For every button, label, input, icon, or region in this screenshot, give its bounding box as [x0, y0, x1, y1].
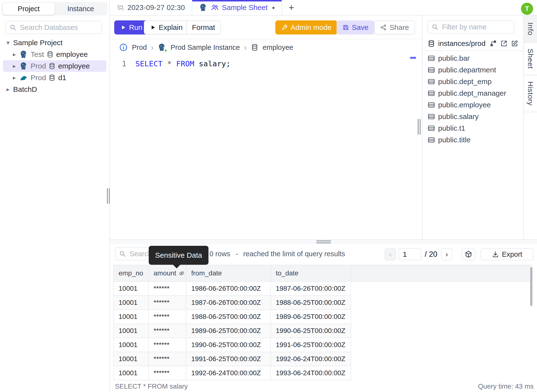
cell-masked[interactable]: ******	[148, 338, 186, 352]
tree-item-prod-employee[interactable]: ▸ Prod employee	[3, 60, 106, 72]
explain-button[interactable]: Explain	[144, 20, 188, 34]
page-number-input[interactable]	[398, 248, 421, 260]
cell[interactable]: 1986-06-26T00:00:00Z	[186, 281, 271, 296]
next-page-button[interactable]: ›	[441, 248, 452, 260]
caret-right-icon[interactable]: ▸	[12, 51, 17, 58]
results-resize-handle[interactable]	[110, 239, 537, 244]
table-filter[interactable]	[427, 20, 514, 34]
chevron-right-icon: ›	[244, 43, 247, 52]
info-icon[interactable]	[119, 43, 128, 52]
editor-toolbar: Run Explain Format Admin mode Save Share	[110, 16, 422, 39]
caret-right-icon[interactable]: ▸	[5, 86, 11, 93]
sql-code-line[interactable]: SELECT * FROM salary;	[135, 59, 231, 68]
share-button[interactable]: Share	[374, 20, 415, 34]
tab-connection[interactable]: 2023-09-27 02:30	[110, 0, 192, 15]
table-icon	[427, 78, 435, 85]
results-scrollbar[interactable]	[530, 267, 532, 306]
export-button[interactable]: Export	[480, 248, 534, 260]
cell[interactable]: 1992-06-24T00:00:00Z	[186, 366, 271, 380]
cell[interactable]: 10001	[113, 366, 148, 380]
cell-masked[interactable]: ******	[148, 324, 186, 338]
tab-sample-sheet[interactable]: Sample Sheet ●	[192, 0, 282, 15]
cell[interactable]: 1991-06-25T00:00:00Z	[271, 338, 351, 352]
cell[interactable]: 10001	[113, 310, 148, 324]
table-list-item[interactable]: public.title	[423, 134, 523, 146]
cell[interactable]: 1990-06-25T00:00:00Z	[271, 324, 351, 338]
cell[interactable]: 10001	[113, 296, 148, 310]
chevron-right-icon: ›	[151, 43, 154, 52]
cell[interactable]: 1987-06-26T00:00:00Z	[271, 281, 351, 296]
sql-editor[interactable]: 1 SELECT * FROM salary;	[110, 55, 422, 239]
caret-down-icon[interactable]: ▾	[5, 39, 11, 46]
cell-masked[interactable]: ******	[148, 281, 186, 296]
tree-item-prod-d1[interactable]: ▸ Prod d1	[3, 72, 106, 84]
breadcrumb-environment[interactable]: Prod	[132, 43, 147, 51]
table-list-item[interactable]: public.t1	[423, 122, 523, 134]
user-avatar[interactable]: T	[521, 3, 533, 15]
rail-tab-sheet[interactable]: Sheet	[524, 43, 537, 75]
prev-page-button[interactable]: ‹	[385, 248, 396, 260]
right-panel-resize-handle[interactable]	[418, 119, 421, 135]
column-header-from-date[interactable]: from_date	[186, 265, 271, 281]
cell[interactable]: 1988-06-25T00:00:00Z	[186, 310, 271, 324]
caret-right-icon[interactable]: ▸	[12, 63, 17, 69]
cell[interactable]: 1993-06-24T00:00:00Z	[271, 366, 351, 380]
breadcrumb-instance[interactable]: Prod Sample Instance	[171, 43, 240, 51]
cell[interactable]: 1989-06-25T00:00:00Z	[271, 310, 351, 324]
edit-icon[interactable]	[511, 40, 519, 47]
tree-item-sample-project[interactable]: ▾ Sample Project	[0, 37, 109, 49]
cell[interactable]: 1987-06-26T00:00:00Z	[186, 296, 271, 310]
table-list-item[interactable]: public.employee	[423, 99, 523, 111]
cell[interactable]: 10001	[113, 281, 148, 296]
database-search[interactable]	[5, 21, 102, 34]
cell[interactable]: 1989-06-25T00:00:00Z	[186, 324, 271, 338]
rail-tab-history[interactable]: History	[524, 75, 537, 112]
table-row[interactable]: 10001******1990-06-25T00:00:00Z1991-06-2…	[113, 338, 533, 352]
table-row[interactable]: 10001******1992-06-24T00:00:00Z1993-06-2…	[113, 366, 533, 380]
cell[interactable]: 10001	[113, 352, 148, 366]
table-name: public.title	[438, 136, 470, 144]
cell-masked[interactable]: ******	[148, 296, 186, 310]
table-row[interactable]: 10001******1986-06-26T00:00:00Z1987-06-2…	[113, 281, 533, 296]
table-list-item[interactable]: public.department	[423, 64, 523, 76]
admin-mode-button[interactable]: Admin mode	[275, 20, 337, 34]
save-button[interactable]: Save	[337, 20, 374, 34]
cell-masked[interactable]: ******	[148, 352, 186, 366]
cell[interactable]: 1991-06-25T00:00:00Z	[186, 352, 271, 366]
tab-instance[interactable]: Instance	[55, 3, 107, 15]
database-search-input[interactable]	[19, 23, 98, 32]
cell[interactable]: 10001	[113, 338, 148, 352]
column-header-to-date[interactable]: to_date	[271, 265, 351, 281]
table-list-item[interactable]: public.dept_emp	[423, 76, 523, 87]
external-link-icon[interactable]	[500, 40, 508, 47]
cell[interactable]: 10001	[113, 324, 148, 338]
cell-masked[interactable]: ******	[148, 310, 186, 324]
run-button[interactable]: Run	[114, 20, 148, 34]
column-header-emp-no[interactable]: emp_no	[113, 265, 148, 281]
column-header-amount[interactable]: amount	[148, 265, 186, 281]
table-row[interactable]: 10001******1991-06-25T00:00:00Z1992-06-2…	[113, 352, 533, 366]
cell[interactable]: 1992-06-24T00:00:00Z	[271, 352, 351, 366]
table-list-item[interactable]: public.salary	[423, 111, 523, 122]
cell-masked[interactable]: ******	[148, 366, 186, 380]
result-view-button[interactable]	[462, 248, 475, 260]
table-filter-input[interactable]	[442, 23, 511, 31]
table-row[interactable]: 10001******1987-06-26T00:00:00Z1988-06-2…	[113, 296, 533, 310]
sidebar-resize-handle[interactable]	[107, 188, 110, 204]
breadcrumb-database[interactable]: employee	[263, 43, 293, 51]
new-tab-button[interactable]: +	[282, 0, 300, 15]
table-list-item[interactable]: public.bar	[423, 52, 523, 64]
table-row[interactable]: 10001******1989-06-25T00:00:00Z1990-06-2…	[113, 324, 533, 338]
format-button[interactable]: Format	[186, 20, 221, 34]
rail-tab-info[interactable]: Info	[524, 16, 537, 43]
table-list-item[interactable]: public.dept_manager	[423, 87, 523, 99]
caret-right-icon[interactable]: ▸	[12, 74, 17, 81]
table-row[interactable]: 10001******1988-06-25T00:00:00Z1989-06-2…	[113, 310, 533, 324]
schema-diagram-icon[interactable]	[489, 40, 497, 47]
unsaved-dot-icon: ●	[272, 5, 275, 10]
tree-item-batchd[interactable]: ▸ BatchD	[0, 84, 109, 95]
cell[interactable]: 1988-06-25T00:00:00Z	[271, 296, 351, 310]
tab-project[interactable]: Project	[3, 3, 55, 15]
tree-item-test-employee[interactable]: ▸ Test employee	[3, 49, 106, 60]
cell[interactable]: 1990-06-25T00:00:00Z	[186, 338, 271, 352]
